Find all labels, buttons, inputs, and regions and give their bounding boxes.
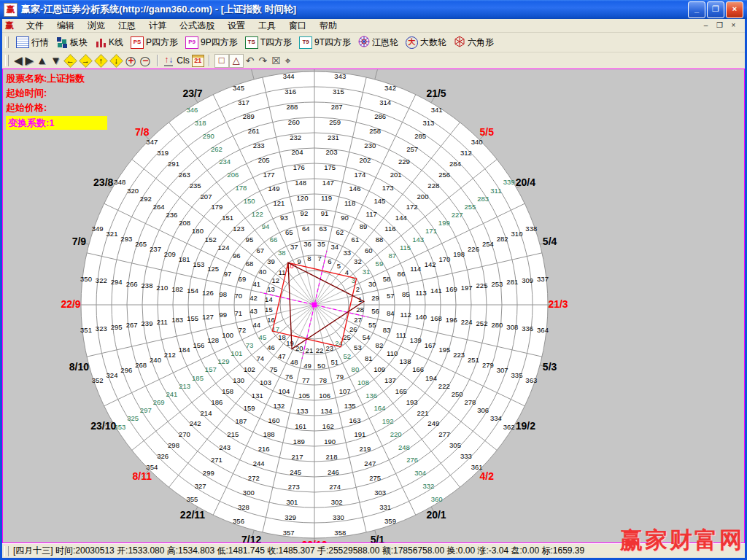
wheel-chart-area[interactable]: 1234567891011121314151617181920212223242… (2, 69, 745, 543)
main-toolbar: 行情板块K线PSP四方形P99P四方形TST四方形T99T四方形江恩轮大大数轮六… (2, 33, 745, 52)
toolbar-button-label: 行情 (31, 36, 49, 49)
svg-text:239: 239 (142, 319, 153, 327)
zoom-out-icon[interactable]: ◯− (140, 55, 152, 67)
svg-text:45: 45 (259, 333, 267, 341)
svg-text:86: 86 (398, 270, 406, 278)
pan-left-icon[interactable]: ← (64, 55, 77, 67)
svg-text:320: 320 (127, 187, 139, 195)
updown-arrows-icon[interactable]: ↑↓ (164, 55, 173, 66)
svg-text:195: 195 (438, 346, 450, 354)
svg-text:358: 358 (334, 529, 346, 537)
toolbar-button-9P四方形[interactable]: P99P四方形 (182, 35, 241, 50)
svg-text:315: 315 (333, 88, 344, 96)
svg-text:42: 42 (249, 294, 258, 302)
close-button[interactable]: × (726, 1, 743, 18)
svg-text:11: 11 (279, 268, 286, 276)
toolbar-button-9T四方形[interactable]: T99T四方形 (295, 35, 355, 50)
svg-text:5/5: 5/5 (479, 126, 494, 138)
square-tool-icon[interactable]: □ (214, 54, 229, 68)
menu-item-2[interactable]: 浏览 (81, 19, 112, 33)
menu-item-9[interactable]: 帮助 (313, 19, 344, 33)
svg-text:215: 215 (227, 430, 239, 438)
toolbar-button-K线[interactable]: K线 (91, 35, 127, 50)
svg-text:204: 204 (292, 148, 303, 156)
svg-text:71: 71 (234, 309, 242, 317)
menu-item-6[interactable]: 设置 (221, 19, 252, 33)
svg-text:113: 113 (416, 289, 427, 297)
window-controls: _❐× (688, 1, 747, 18)
mdi-restore-button[interactable]: ❐ (714, 21, 725, 31)
toolbar-button-六角形[interactable]: 六角形 (450, 34, 498, 51)
restore-button[interactable]: ❐ (707, 1, 724, 18)
menu-item-0[interactable]: 文件 (20, 19, 50, 33)
svg-text:155: 155 (187, 314, 198, 322)
page-down-icon[interactable]: ▼ (50, 54, 61, 67)
toolbar-button-板块[interactable]: 板块 (53, 35, 91, 50)
svg-text:323: 323 (96, 324, 107, 332)
toolbar-button-T四方形[interactable]: TST四方形 (241, 35, 295, 50)
menu-item-3[interactable]: 江恩 (112, 19, 142, 33)
menu-item-8[interactable]: 窗口 (282, 19, 313, 33)
center-focus-icon[interactable]: ⌖ (285, 55, 292, 66)
svg-text:14: 14 (265, 295, 273, 303)
svg-text:139: 139 (410, 336, 422, 344)
svg-text:34: 34 (330, 243, 338, 251)
svg-text:109: 109 (374, 365, 385, 373)
svg-text:131: 131 (252, 392, 263, 400)
menu-item-1[interactable]: 编辑 (50, 19, 81, 33)
boxed-x-icon[interactable]: ☒ (271, 55, 282, 66)
svg-text:352: 352 (92, 376, 104, 384)
candlestick-icon (95, 37, 107, 48)
pan-down-icon[interactable]: ↓ (110, 55, 123, 67)
svg-text:213: 213 (179, 382, 190, 390)
svg-text:88: 88 (376, 236, 384, 244)
triangle-tool-icon[interactable]: △ (229, 54, 244, 68)
svg-text:93: 93 (280, 214, 288, 222)
svg-text:223: 223 (453, 351, 465, 359)
conversion-coefficient-field[interactable]: 变换系数:1 (6, 116, 107, 130)
svg-text:318: 318 (195, 119, 206, 127)
toolbar-grip[interactable] (5, 55, 9, 66)
start-price-label: 起始价格: (6, 101, 107, 115)
svg-text:321: 321 (107, 230, 118, 238)
svg-text:107: 107 (339, 387, 351, 395)
rotate-ccw-icon[interactable]: ↶ (245, 55, 255, 66)
toolbar-button-江恩轮[interactable]: 江恩轮 (355, 34, 402, 51)
menu-item-4[interactable]: 计算 (142, 19, 173, 33)
menu-item-5[interactable]: 公式选股 (173, 19, 221, 33)
pan-up-icon[interactable]: ↑ (95, 55, 107, 67)
prev-icon[interactable]: ◀ (14, 54, 23, 67)
rotate-cw-icon[interactable]: ↷ (258, 55, 268, 66)
svg-text:142: 142 (425, 260, 436, 268)
svg-text:95: 95 (246, 236, 254, 244)
toolbar-button-大数轮[interactable]: 大大数轮 (402, 35, 450, 50)
svg-text:202: 202 (359, 156, 371, 164)
toolbar-separator (209, 55, 210, 66)
svg-text:279: 279 (482, 361, 494, 369)
svg-text:122: 122 (252, 210, 263, 218)
toolbar-grip[interactable] (5, 36, 9, 48)
cls-button[interactable]: Cls (174, 55, 191, 66)
site-watermark: 赢家财富网 (620, 525, 744, 556)
svg-text:218: 218 (326, 453, 338, 461)
svg-text:350: 350 (80, 275, 92, 283)
toolbar-button-行情[interactable]: 行情 (12, 35, 53, 50)
svg-text:196: 196 (446, 316, 457, 324)
svg-text:291: 291 (168, 160, 179, 168)
mdi-close-button[interactable]: × (728, 21, 739, 31)
pan-right-icon[interactable]: → (80, 55, 92, 67)
mdi-minimize-button[interactable]: – (700, 21, 711, 31)
svg-text:192: 192 (382, 417, 394, 425)
minimize-button[interactable]: _ (688, 1, 705, 18)
page-up-icon[interactable]: ▲ (36, 54, 47, 67)
next-icon[interactable]: ▶ (26, 54, 34, 67)
calendar-icon[interactable]: 21 (192, 55, 204, 67)
svg-text:178: 178 (235, 184, 247, 192)
menu-item-7[interactable]: 工具 (252, 19, 282, 33)
zoom-in-icon[interactable]: ◯+ (125, 55, 137, 67)
svg-text:143: 143 (412, 236, 424, 244)
svg-text:251: 251 (468, 356, 479, 364)
svg-text:15: 15 (265, 306, 273, 314)
svg-text:26: 26 (349, 325, 357, 333)
toolbar-button-P四方形[interactable]: PSP四方形 (127, 35, 182, 50)
